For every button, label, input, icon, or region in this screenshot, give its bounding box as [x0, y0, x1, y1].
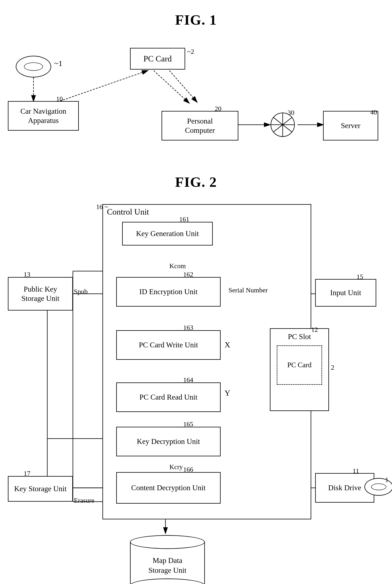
- kcry-label: Kcry: [170, 463, 183, 471]
- x-label: X: [224, 340, 230, 349]
- ref-161: 161: [179, 216, 189, 223]
- spub-label: Spub: [74, 288, 88, 295]
- svg-line-1: [57, 70, 148, 102]
- ref-162: 162: [183, 271, 193, 278]
- pc-card-write-box: PC Card Write Unit: [116, 330, 220, 360]
- erasure-label: Erasure: [74, 497, 94, 504]
- car-nav-box: Car Navigation Apparatus: [8, 101, 79, 131]
- input-unit-box: Input Unit: [315, 279, 376, 306]
- y-label: Y: [224, 388, 230, 398]
- ref-1-fig2: 1: [385, 476, 388, 484]
- kcom-label: Kcom: [170, 262, 186, 270]
- key-decrypt-box: Key Decryption Unit: [116, 427, 220, 456]
- pc-card-box: PC Card: [130, 48, 185, 70]
- id-enc-box: ID Encryption Unit: [116, 277, 220, 306]
- ref-20: 20: [215, 105, 222, 112]
- ref-2-fig1: ~2: [187, 48, 194, 55]
- pc-card-read-box: PC Card Read Unit: [116, 382, 220, 412]
- ref-11: 11: [352, 467, 359, 475]
- personal-computer-box: Personal Computer: [162, 111, 238, 140]
- ref-40: 40: [370, 108, 377, 116]
- ref-17: 17: [24, 470, 30, 477]
- ref-1-fig1: ~1: [54, 59, 62, 68]
- fig1-title: FIG. 1: [0, 0, 392, 28]
- key-storage-box: Key Storage Unit: [8, 476, 73, 502]
- page: FIG. 1: [0, 0, 392, 584]
- fig2-area: Control Unit 16 ~ Key Generation Unit 16…: [0, 194, 392, 584]
- ref-164: 164: [183, 376, 193, 384]
- key-gen-box: Key Generation Unit: [122, 222, 213, 246]
- disk1: [16, 56, 51, 78]
- ref-2-fig2: 2: [331, 364, 334, 371]
- ref-12: 12: [311, 326, 318, 334]
- svg-line-2: [170, 70, 197, 102]
- pc-slot-box: PC Slot PC Card: [270, 328, 329, 411]
- ref-10: 10: [56, 95, 63, 103]
- ref-16: 16 ~: [96, 203, 108, 211]
- serial-label: Serial Number: [228, 286, 268, 294]
- ref-163: 163: [183, 324, 193, 332]
- svg-line-3: [154, 70, 189, 103]
- content-decrypt-box: Content Decryption Unit: [116, 472, 220, 504]
- public-key-storage-box: Public Key Storage Unit: [8, 277, 73, 310]
- map-data-cylinder: Map Data Storage Unit: [130, 535, 205, 584]
- ref-165: 165: [183, 420, 193, 428]
- fig2-title: FIG. 2: [0, 166, 392, 190]
- fig1-area: ~1 PC Card ~2 Car Navigation Apparatus 1…: [0, 32, 392, 166]
- ref-30: 30: [288, 109, 294, 116]
- server-box: Server: [323, 111, 378, 140]
- ref-15: 15: [356, 273, 363, 280]
- ref-13: 13: [24, 271, 30, 278]
